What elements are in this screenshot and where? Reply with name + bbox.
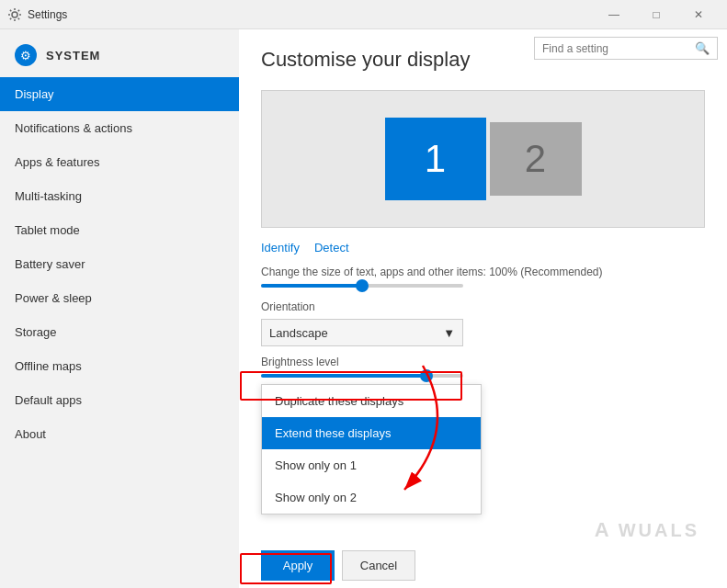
cancel-button[interactable]: Cancel <box>342 550 415 581</box>
main-panel: 🔍 Customise your display 1 2 Identify De… <box>239 29 727 588</box>
watermark: A WUALS <box>595 518 699 542</box>
brightness-row: Brightness level <box>261 356 705 378</box>
sidebar-item-offlinemaps[interactable]: Offline maps <box>0 349 239 383</box>
links-row: Identify Detect <box>261 241 705 254</box>
title-bar-text: Settings <box>28 8 593 21</box>
sidebar-header: ⚙ SYSTEM <box>0 29 239 77</box>
svg-point-0 <box>12 12 17 17</box>
maximize-button[interactable]: □ <box>635 0 677 29</box>
dropdown-item-duplicate[interactable]: Duplicate these displays <box>262 385 481 417</box>
display-mode-dropdown: Duplicate these displays Extend these di… <box>261 384 482 514</box>
sidebar-item-multitasking[interactable]: Multi-tasking <box>0 179 239 213</box>
detect-button[interactable]: Detect <box>314 241 349 254</box>
dropdown-item-show2[interactable]: Show only on 2 <box>262 481 481 514</box>
brightness-label: Brightness level <box>261 356 705 368</box>
dropdown-item-show1[interactable]: Show only on 1 <box>262 449 481 481</box>
chevron-down-icon: ▼ <box>443 326 455 340</box>
window-controls: — □ ✕ <box>593 0 720 29</box>
scale-slider-thumb[interactable] <box>356 279 369 292</box>
sidebar: ⚙ SYSTEM Display Notifications & actions… <box>0 29 239 588</box>
search-area: 🔍 <box>525 29 727 67</box>
scale-label: Change the size of text, apps and other … <box>261 266 705 278</box>
monitor-2[interactable]: 2 <box>490 122 582 196</box>
orientation-row: Orientation Landscape ▼ <box>261 300 705 346</box>
scale-slider-track <box>261 284 463 288</box>
main-content: 1 2 Identify Detect Change the size of t… <box>239 81 727 588</box>
scale-slider-container <box>261 284 705 288</box>
orientation-label: Orientation <box>261 300 705 313</box>
app-body: ⚙ SYSTEM Display Notifications & actions… <box>0 29 727 588</box>
sidebar-item-notifications[interactable]: Notifications & actions <box>0 111 239 145</box>
sidebar-header-title: SYSTEM <box>46 49 100 62</box>
sidebar-item-apps[interactable]: Apps & features <box>0 145 239 179</box>
monitor-1[interactable]: 1 <box>385 118 486 200</box>
identify-button[interactable]: Identify <box>261 241 300 254</box>
sidebar-item-power[interactable]: Power & sleep <box>0 281 239 315</box>
title-bar: Settings — □ ✕ <box>0 0 727 29</box>
sidebar-item-storage[interactable]: Storage <box>0 315 239 349</box>
action-buttons: Apply Cancel <box>261 550 415 581</box>
minimize-button[interactable]: — <box>593 0 635 29</box>
search-input[interactable] <box>542 42 695 55</box>
sidebar-header-icon: ⚙ <box>15 44 37 66</box>
orientation-select[interactable]: Landscape ▼ <box>261 319 463 346</box>
brightness-slider-thumb[interactable] <box>420 369 433 382</box>
sidebar-item-battery[interactable]: Battery saver <box>0 247 239 281</box>
brightness-slider-track <box>261 374 463 378</box>
close-button[interactable]: ✕ <box>677 0 720 29</box>
display-preview: 1 2 <box>261 90 705 228</box>
sidebar-item-tablet[interactable]: Tablet mode <box>0 213 239 247</box>
settings-icon <box>7 7 22 22</box>
brightness-slider-fill <box>261 374 426 378</box>
scale-slider-fill <box>261 284 362 288</box>
sidebar-item-display[interactable]: Display <box>0 77 239 111</box>
dropdown-item-extend[interactable]: Extend these displays <box>262 417 481 449</box>
sidebar-item-about[interactable]: About <box>0 417 239 451</box>
search-icon: 🔍 <box>695 41 710 55</box>
apply-button[interactable]: Apply <box>261 550 335 581</box>
sidebar-item-defaultapps[interactable]: Default apps <box>0 383 239 417</box>
